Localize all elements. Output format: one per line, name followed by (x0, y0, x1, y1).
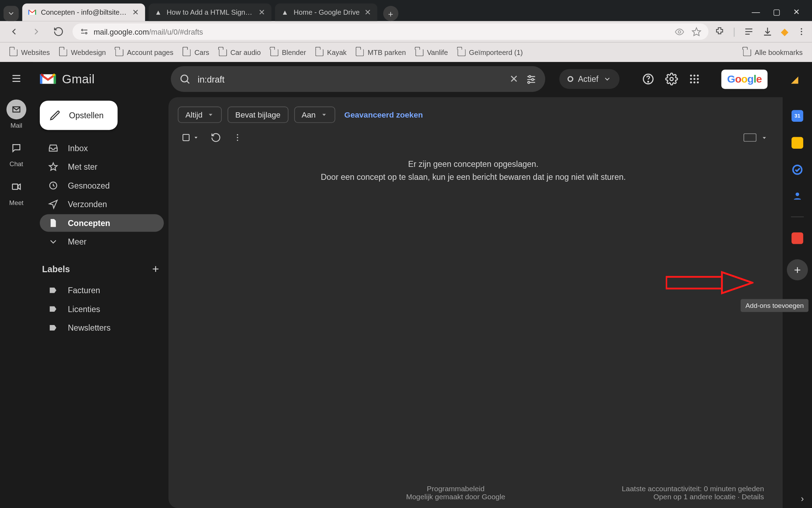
search-icon (179, 73, 191, 85)
contacts-icon[interactable] (792, 191, 803, 201)
keep-icon[interactable] (791, 137, 803, 148)
nav-inbox[interactable]: Inbox (40, 139, 164, 157)
account-activity-label: Laatste accountactiviteit: 0 minuten gel… (612, 485, 764, 493)
rail-meet[interactable]: Meet (6, 177, 26, 206)
chip-always[interactable]: Altijd (178, 106, 222, 123)
svg-marker-5 (692, 27, 700, 35)
browser-tab-active[interactable]: Concepten - info@biltsite.com ✕ (22, 3, 145, 21)
svg-point-11 (801, 31, 802, 32)
caret-down-icon[interactable] (761, 134, 767, 141)
add-label-button[interactable]: + (152, 262, 159, 275)
browser-tab[interactable]: ▲ Home - Google Drive ✕ (275, 3, 377, 21)
rail-chat-label: Chat (9, 160, 23, 167)
maximize-button[interactable]: ▢ (773, 7, 781, 16)
compose-label: Opstellen (69, 111, 104, 120)
label-icon (48, 304, 58, 314)
label-item[interactable]: Facturen (40, 282, 164, 299)
svg-point-29 (690, 75, 692, 77)
browser-tab-bar: Concepten - info@biltsite.com ✕ ▲ How to… (0, 0, 812, 21)
refresh-button[interactable] (211, 132, 221, 143)
bookmark-folder[interactable]: MTB parken (356, 48, 406, 56)
site-settings-icon[interactable] (80, 27, 89, 36)
select-all-checkbox[interactable] (181, 133, 199, 142)
star-icon[interactable] (691, 27, 701, 36)
bookmark-folder[interactable]: Car audio (219, 48, 261, 56)
settings-icon[interactable] (665, 72, 678, 85)
more-actions-button[interactable] (233, 133, 242, 142)
rail-meet-label: Meet (9, 199, 23, 206)
bookmark-folder[interactable]: Vanlife (415, 48, 448, 56)
gmail-brand-label: Gmail (62, 72, 94, 86)
reading-list-icon[interactable] (743, 26, 754, 37)
apps-icon[interactable] (689, 73, 700, 85)
downloads-icon[interactable] (762, 26, 773, 37)
svg-marker-48 (763, 137, 766, 139)
help-icon[interactable] (642, 72, 655, 85)
clear-search-icon[interactable]: ✕ (510, 72, 518, 85)
browser-tab[interactable]: ▲ How to Add a HTML Signature ✕ (149, 3, 271, 21)
bookmark-folder[interactable]: Geïmporteerd (1) (457, 48, 523, 56)
close-icon[interactable]: ✕ (132, 8, 139, 17)
caret-down-icon (320, 111, 327, 118)
bookmark-folder[interactable]: Kayak (315, 48, 347, 56)
svg-rect-16 (12, 184, 17, 189)
label-item[interactable]: Newsletters (40, 319, 164, 337)
calendar-icon[interactable]: 31 (791, 110, 803, 122)
back-button[interactable] (6, 23, 22, 40)
chrome-menu-icon[interactable] (797, 27, 806, 36)
addon-icon[interactable] (791, 232, 803, 244)
new-tab-button[interactable]: + (383, 6, 398, 21)
input-tools-icon[interactable] (743, 133, 756, 141)
clock-icon (48, 180, 58, 191)
tabs-menu-button[interactable] (3, 6, 19, 21)
svg-point-31 (697, 75, 699, 77)
label-item[interactable]: Licenties (40, 300, 164, 318)
nav-drafts[interactable]: Concepten (40, 214, 164, 232)
search-input[interactable] (198, 74, 503, 84)
svg-line-19 (187, 81, 189, 83)
bookmark-folder[interactable]: Websites (9, 48, 50, 56)
nav-starred[interactable]: Met ster (40, 158, 164, 176)
firebase-icon[interactable]: ◆ (781, 26, 789, 38)
close-icon[interactable]: ✕ (364, 8, 371, 17)
status-chip[interactable]: Actief (559, 69, 619, 89)
bookmark-folder[interactable]: Cars (183, 48, 209, 56)
nav-sent[interactable]: Verzonden (40, 196, 164, 213)
nav-snoozed[interactable]: Gesnoozed (40, 177, 164, 194)
close-window-button[interactable]: ✕ (793, 7, 800, 16)
bookmark-folder[interactable]: Blender (270, 48, 306, 56)
svg-point-27 (648, 81, 648, 82)
tab-title: How to Add a HTML Signature (167, 8, 254, 16)
extensions-icon[interactable] (714, 26, 725, 37)
url-field[interactable]: mail.google.com/mail/u/0/#drafts (72, 23, 708, 40)
bookmark-folder[interactable]: Account pages (115, 48, 173, 56)
get-addons-button[interactable]: + (787, 259, 808, 280)
tasks-icon[interactable] (791, 164, 803, 175)
svg-point-47 (237, 140, 238, 141)
bookmark-folder[interactable]: Webdesign (59, 48, 106, 56)
chip-to[interactable]: Aan (294, 106, 335, 123)
account-details-link[interactable]: Open op 1 andere locatie · Details (612, 493, 764, 501)
account-chip[interactable]: Google (721, 69, 768, 89)
collapse-panel-button[interactable]: › (801, 493, 804, 503)
main-menu-button[interactable] (5, 67, 28, 90)
svg-point-21 (529, 76, 531, 78)
chip-attachment[interactable]: Bevat bijlage (228, 106, 288, 123)
advanced-search-link[interactable]: Geavanceerd zoeken (344, 110, 423, 119)
search-options-icon[interactable] (525, 73, 537, 85)
rail-mail[interactable]: Mail (6, 99, 26, 129)
svg-marker-50 (722, 272, 752, 293)
reload-button[interactable] (50, 23, 67, 40)
rail-chat[interactable]: Chat (6, 138, 26, 168)
minimize-button[interactable]: — (752, 7, 760, 16)
close-icon[interactable]: ✕ (258, 8, 265, 17)
search-bar[interactable]: ✕ (171, 66, 545, 92)
eye-icon[interactable] (675, 27, 684, 36)
gmail-brand[interactable]: Gmail (40, 72, 157, 86)
compose-button[interactable]: Opstellen (40, 101, 118, 130)
svg-point-30 (693, 75, 696, 77)
program-policy-link[interactable]: Programmabeleid (299, 485, 612, 493)
forward-button[interactable] (28, 23, 44, 40)
all-bookmarks-button[interactable]: Alle bookmarks (743, 48, 803, 56)
nav-more[interactable]: Meer (40, 233, 164, 251)
